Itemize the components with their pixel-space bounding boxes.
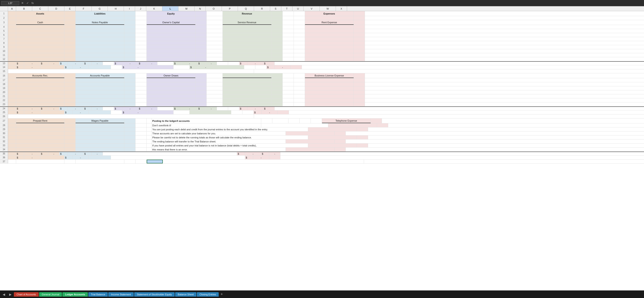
cell-row26[interactable] (8, 114, 254, 118)
row-header-10[interactable]: 10 (0, 49, 8, 53)
cell-u4[interactable] (294, 25, 305, 29)
cell-v35[interactable]: $ (237, 152, 245, 155)
cell-n22[interactable] (196, 98, 206, 102)
cell-klm7[interactable] (147, 37, 196, 41)
cell-n12[interactable] (196, 57, 206, 61)
accounts-rec-label[interactable]: Accounts Rec. (16, 73, 64, 78)
cell-vw2[interactable] (305, 16, 354, 20)
row-header-18[interactable]: 18 (0, 82, 8, 86)
cell-c14[interactable]: - (24, 65, 40, 69)
cell-u6[interactable] (294, 33, 305, 37)
cell-x36[interactable] (269, 156, 280, 160)
cell-s20[interactable] (272, 90, 283, 94)
cell-e12[interactable] (64, 57, 76, 61)
cell-fgh20[interactable] (76, 90, 124, 94)
cell-a20[interactable] (8, 90, 16, 94)
cell-c35[interactable]: - (24, 152, 40, 155)
cell-bcd9[interactable] (16, 45, 64, 49)
cell-v13[interactable]: $ (239, 62, 247, 65)
cell-x25[interactable] (278, 110, 289, 114)
cell-r24[interactable]: $ (198, 107, 206, 110)
cell-h24[interactable]: $ (84, 107, 92, 110)
cell-a25[interactable] (8, 110, 16, 114)
cell-vw34[interactable] (286, 148, 334, 151)
cell-o2[interactable] (206, 16, 223, 20)
cell-n3[interactable] (196, 20, 206, 25)
cell-a32[interactable] (8, 140, 16, 143)
cell-x20[interactable] (354, 90, 365, 94)
cell-vw6[interactable] (305, 33, 354, 37)
cell-j20[interactable] (136, 90, 147, 94)
cell-j13[interactable] (103, 62, 114, 65)
cell-a24[interactable] (8, 107, 16, 110)
cell-bcd31[interactable] (16, 136, 64, 139)
cell-a27[interactable] (8, 118, 16, 123)
cell-x2[interactable] (354, 16, 365, 20)
expenses-label[interactable]: Expenses (305, 11, 354, 16)
cell-vw10[interactable] (305, 49, 354, 53)
rent-expense-label[interactable]: Rent Expense (305, 20, 354, 25)
cell-n24[interactable]: - (146, 107, 158, 110)
add-sheet-button[interactable]: + (219, 292, 224, 297)
equity-label[interactable]: Equity (147, 11, 196, 16)
cell-s23[interactable] (272, 102, 283, 106)
cell-bcd33[interactable] (16, 144, 64, 147)
cancel-icon[interactable]: ✕ (20, 1, 25, 5)
cell-klm9[interactable] (147, 45, 196, 49)
owner-draws-label[interactable]: Owner Draws (147, 73, 196, 78)
cell-n4[interactable] (196, 25, 206, 29)
cell-o23[interactable] (206, 102, 223, 106)
cell-s11[interactable] (272, 53, 283, 57)
cell-s27[interactable] (288, 118, 300, 123)
row-header-29[interactable]: 29 (0, 128, 8, 131)
cell-j8[interactable] (136, 41, 147, 45)
cell-j34[interactable] (136, 148, 147, 151)
cell-vw5[interactable] (305, 29, 354, 33)
row-header-9[interactable]: 9 (0, 45, 8, 49)
cell-u3[interactable] (294, 20, 305, 25)
cell-mn14[interactable] (146, 65, 174, 69)
assets-label[interactable]: Assets (16, 11, 64, 16)
col-q[interactable]: Q (238, 6, 254, 11)
cell-klm17[interactable] (147, 78, 196, 82)
cell-e1[interactable] (64, 11, 76, 16)
cell-t10[interactable] (283, 49, 294, 53)
cell-fgh12[interactable] (76, 57, 124, 61)
cell-s16[interactable] (272, 73, 283, 78)
cell-g36[interactable]: - (72, 156, 88, 160)
cell-t13[interactable] (217, 62, 228, 65)
cell-g35[interactable]: - (68, 152, 84, 155)
cell-fgh5[interactable] (76, 29, 124, 33)
col-x[interactable]: X (336, 6, 347, 11)
cell-pqr19[interactable] (223, 86, 272, 90)
col-n[interactable]: N (194, 6, 206, 11)
cell-x18[interactable] (354, 82, 365, 86)
cell-t6[interactable] (283, 33, 294, 37)
cell-reference-box[interactable] (1, 1, 19, 5)
cell-vw7[interactable] (305, 37, 354, 41)
cell-fgh8[interactable] (76, 41, 124, 45)
prepaid-rent-label[interactable]: Prepaid Rent (16, 118, 64, 123)
cell-j18[interactable] (136, 82, 147, 86)
col-h[interactable]: H (108, 6, 124, 11)
cell-fgh32[interactable] (76, 140, 124, 143)
cell-i16[interactable] (124, 73, 136, 78)
cell-e30[interactable] (64, 132, 76, 135)
cell-b13[interactable]: $ (16, 62, 24, 65)
cell-n8[interactable] (196, 41, 206, 45)
cell-x32[interactable] (334, 140, 346, 143)
cell-x4[interactable] (354, 25, 365, 29)
cell-pqr12[interactable] (223, 57, 272, 61)
cell-o16[interactable] (206, 73, 223, 78)
cell-n2[interactable] (196, 16, 206, 20)
cell-t5[interactable] (283, 29, 294, 33)
row-header-8[interactable]: 8 (0, 41, 8, 45)
cell-s17[interactable] (272, 78, 283, 82)
cell-m13[interactable]: $ (138, 62, 146, 65)
cell-x9[interactable] (354, 45, 365, 49)
cell-bcd19[interactable] (16, 86, 64, 90)
row-header-30[interactable]: 30 (0, 132, 8, 135)
cell-k34a[interactable] (147, 148, 152, 151)
cell-i7[interactable] (124, 37, 136, 41)
cell-d24[interactable]: $ (40, 107, 48, 110)
